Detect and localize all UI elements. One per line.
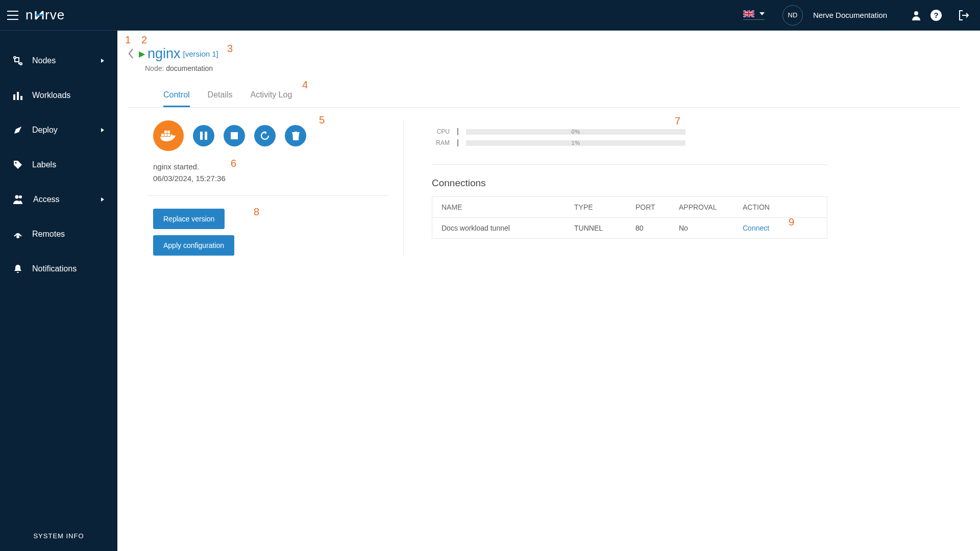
pause-icon [200,132,207,140]
system-info-button[interactable]: SYSTEM INFO [0,520,117,551]
apply-configuration-button[interactable]: Apply configuration [153,235,234,256]
sidebar-item-label: Deploy [32,126,101,135]
svg-point-8 [914,11,918,15]
workloads-icon [13,90,23,101]
logout-button[interactable] [958,9,970,21]
cpu-meter: CPU 0% [432,128,827,135]
tabs: Control Details Activity Log [128,90,960,108]
svg-rect-13 [20,96,22,100]
topbar: n rve ND Nerve Documentation ? [0,0,980,31]
sidebar-item-access[interactable]: Access [0,182,117,217]
svg-rect-22 [167,131,170,133]
restart-button[interactable] [254,125,276,146]
cpu-track: 0% [466,129,685,135]
chevron-right-icon [101,128,105,132]
ram-label: RAM [432,139,450,146]
language-selector[interactable] [743,10,765,20]
sidebar-item-label: Nodes [32,56,101,65]
ram-value: 1% [466,140,685,146]
cell-port: 80 [635,224,679,232]
sidebar-item-remotes[interactable]: Remotes [0,217,117,252]
help-icon: ? [930,10,942,21]
menu-toggle[interactable] [5,8,20,23]
chevron-left-icon [128,48,135,59]
status-message: nginx started. [153,162,388,171]
cpu-value: 0% [466,129,685,135]
sidebar-item-label: Workloads [32,91,105,100]
sidebar-item-deploy[interactable]: Deploy [0,113,117,147]
svg-rect-1 [36,14,43,16]
chevron-down-icon [760,12,765,15]
metrics-panel: CPU 0% RAM 1% Connections NAME TYPE [404,120,827,256]
help-button[interactable]: ? [930,9,942,21]
docker-button[interactable] [153,120,184,151]
col-port: PORT [635,203,679,211]
cell-name: Docs workload tunnel [442,224,574,232]
page-header: ▶ nginx [version 1] [128,46,960,62]
replace-version-button[interactable]: Replace version [153,209,225,229]
main-content: 1 2 3 4 5 6 7 8 9 ▶ nginx [version 1] No… [117,31,980,551]
sidebar-item-label: Access [33,195,101,204]
svg-rect-20 [167,134,170,136]
stop-button[interactable] [224,125,245,146]
deploy-icon [13,125,23,135]
sidebar-item-notifications[interactable]: Notifications [0,252,117,286]
svg-point-17 [17,236,19,238]
delete-button[interactable] [285,125,306,146]
svg-rect-25 [231,132,238,139]
nodes-icon [13,56,23,66]
svg-rect-21 [164,131,167,133]
svg-rect-18 [161,134,164,136]
avatar[interactable]: ND [782,5,803,26]
sidebar-item-label: Labels [32,160,105,169]
svg-rect-23 [200,132,203,140]
tab-details[interactable]: Details [208,90,233,107]
cell-approval: No [679,224,743,232]
logo-icon: n rve [26,8,82,22]
table-header: NAME TYPE PORT APPROVAL ACTION [432,197,827,218]
col-action: ACTION [743,203,799,211]
status-block: nginx started. 06/03/2024, 15:27:36 [153,162,388,183]
divider [148,195,388,196]
avatar-initials: ND [788,11,798,19]
sidebar-item-label: Notifications [32,264,105,273]
connections-table: NAME TYPE PORT APPROVAL ACTION Docs work… [432,196,827,239]
username: Nerve Documentation [813,11,887,19]
tab-activity-log[interactable]: Activity Log [250,90,292,107]
svg-point-16 [19,195,22,198]
node-name: documentation [166,64,213,72]
svg-point-15 [15,195,19,199]
annotation-2: 2 [141,35,147,45]
svg-rect-7 [743,13,754,14]
node-line: Node: documentation [128,64,960,72]
stop-icon [231,132,238,139]
tab-control[interactable]: Control [163,90,190,107]
table-row: Docs workload tunnel TUNNEL 80 No Connec… [432,218,827,238]
sidebar-item-label: Remotes [32,230,105,239]
annotation-7: 7 [675,116,680,126]
trash-icon [292,132,300,140]
person-icon [911,10,921,20]
access-icon [13,194,24,205]
logo: n rve [26,8,82,22]
profile-button[interactable] [910,9,922,21]
sidebar-item-labels[interactable]: Labels [0,147,117,182]
chevron-right-icon [101,197,105,202]
sidebar-item-workloads[interactable]: Workloads [0,78,117,113]
status-running-icon: ▶ [139,49,145,59]
bell-icon [13,264,23,274]
pause-button[interactable] [193,125,214,146]
svg-rect-12 [17,92,19,100]
docker-icon [160,129,177,142]
svg-point-9 [14,57,16,59]
sidebar-item-nodes[interactable]: Nodes [0,43,117,78]
annotation-3: 3 [227,43,233,54]
back-button[interactable] [128,46,135,61]
hamburger-icon [7,11,18,20]
svg-point-14 [15,162,17,164]
page-version: [version 1] [183,49,218,58]
cpu-label: CPU [432,128,450,135]
node-prefix: Node: [145,64,164,72]
logout-icon [958,10,969,21]
svg-rect-24 [205,132,207,140]
